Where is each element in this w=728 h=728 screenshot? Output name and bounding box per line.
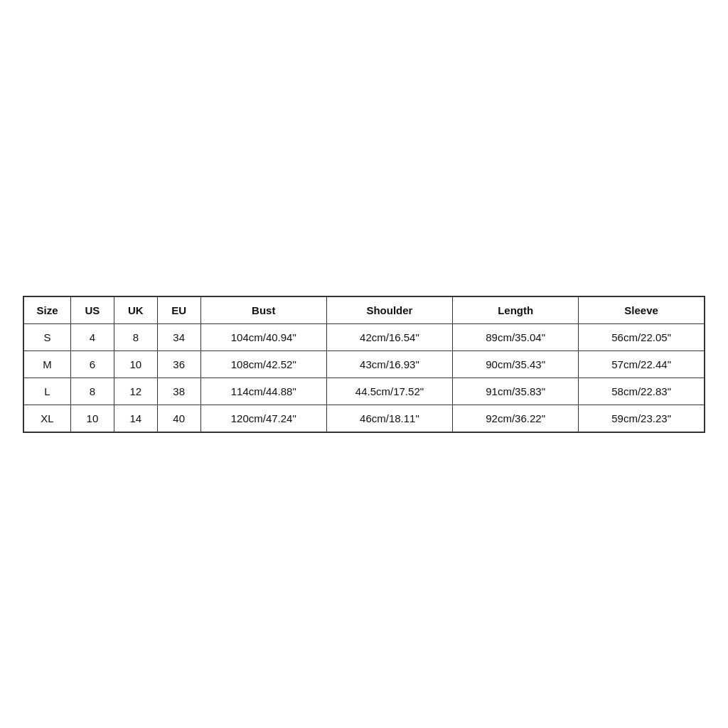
cell-bust: 120cm/47.24" — [200, 405, 326, 432]
cell-shoulder: 46cm/18.11" — [326, 405, 452, 432]
cell-bust: 108cm/42.52" — [200, 350, 326, 378]
header-length: Length — [453, 296, 579, 324]
cell-eu: 40 — [157, 405, 200, 432]
cell-uk: 12 — [114, 378, 157, 405]
header-eu: EU — [157, 296, 200, 324]
table-header-row: Size US UK EU Bust Shoulder Length Sleev… — [23, 296, 705, 324]
header-size: Size — [23, 296, 70, 324]
cell-uk: 8 — [114, 323, 157, 350]
cell-uk: 10 — [114, 350, 157, 378]
cell-shoulder: 43cm/16.93" — [326, 350, 452, 378]
table-row: L81238114cm/44.88"44.5cm/17.52"91cm/35.8… — [23, 378, 705, 405]
cell-length: 91cm/35.83" — [453, 378, 579, 405]
header-bust: Bust — [200, 296, 326, 324]
size-chart-container: Size US UK EU Bust Shoulder Length Sleev… — [23, 296, 705, 433]
cell-bust: 104cm/40.94" — [200, 323, 326, 350]
cell-bust: 114cm/44.88" — [200, 378, 326, 405]
cell-us: 8 — [70, 378, 114, 405]
cell-length: 92cm/36.22" — [453, 405, 579, 432]
cell-sleeve: 56cm/22.05" — [579, 323, 705, 350]
cell-eu: 36 — [157, 350, 200, 378]
cell-us: 4 — [70, 323, 114, 350]
header-shoulder: Shoulder — [326, 296, 452, 324]
cell-length: 90cm/35.43" — [453, 350, 579, 378]
table-row: XL101440120cm/47.24"46cm/18.11"92cm/36.2… — [23, 405, 705, 432]
cell-sleeve: 59cm/23.23" — [579, 405, 705, 432]
cell-shoulder: 42cm/16.54" — [326, 323, 452, 350]
cell-eu: 38 — [157, 378, 200, 405]
cell-size: S — [23, 323, 70, 350]
cell-us: 6 — [70, 350, 114, 378]
header-uk: UK — [114, 296, 157, 324]
cell-uk: 14 — [114, 405, 157, 432]
cell-shoulder: 44.5cm/17.52" — [326, 378, 452, 405]
table-row: M61036108cm/42.52"43cm/16.93"90cm/35.43"… — [23, 350, 705, 378]
size-chart-table: Size US UK EU Bust Shoulder Length Sleev… — [23, 296, 705, 433]
cell-eu: 34 — [157, 323, 200, 350]
cell-size: M — [23, 350, 70, 378]
cell-length: 89cm/35.04" — [453, 323, 579, 350]
cell-us: 10 — [70, 405, 114, 432]
cell-sleeve: 58cm/22.83" — [579, 378, 705, 405]
header-sleeve: Sleeve — [579, 296, 705, 324]
cell-sleeve: 57cm/22.44" — [579, 350, 705, 378]
cell-size: L — [23, 378, 70, 405]
cell-size: XL — [23, 405, 70, 432]
table-row: S4834104cm/40.94"42cm/16.54"89cm/35.04"5… — [23, 323, 705, 350]
header-us: US — [70, 296, 114, 324]
